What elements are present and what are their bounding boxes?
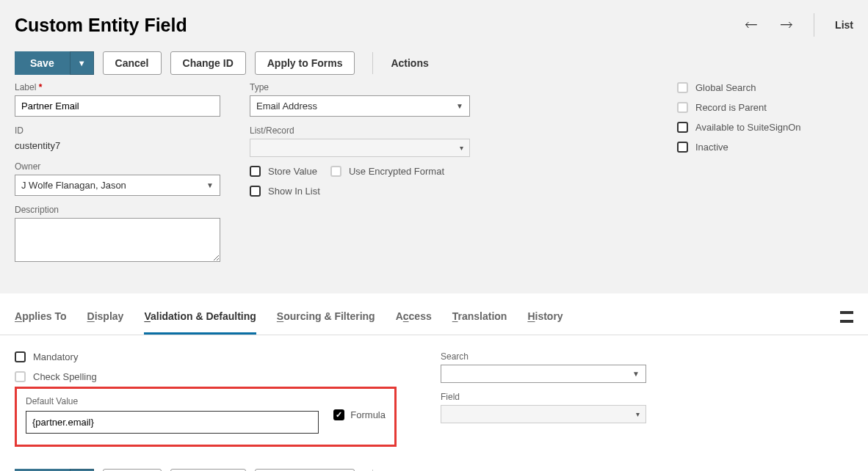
store-value-row: Store Value <box>250 166 317 177</box>
check-spelling-label: Check Spelling <box>33 371 97 382</box>
chevron-down-icon: ▼ <box>632 370 640 378</box>
save-button[interactable]: Save <box>15 51 70 75</box>
inactive-label: Inactive <box>695 142 728 153</box>
owner-select[interactable]: J Wolfe Flanagan, Jason ▼ <box>15 175 220 196</box>
search-select[interactable]: ▼ <box>441 365 646 383</box>
type-field-wrap: Type Email Address ▼ <box>250 82 470 117</box>
id-field-label: ID <box>15 125 220 136</box>
check-spelling-checkbox <box>15 371 26 382</box>
field-field-wrap: Field ▾ <box>441 392 646 423</box>
divider <box>814 13 814 37</box>
tab-col-left: Mandatory Check Spelling Default Value F… <box>15 351 397 447</box>
tab-history[interactable]: History <box>527 299 563 335</box>
default-value-wrap: Default Value <box>26 396 319 434</box>
owner-field-label: Owner <box>15 161 220 172</box>
tabs-bar: Applies To Display Validation & Defaulti… <box>0 299 868 335</box>
type-select-value: Email Address <box>256 101 317 112</box>
form-col-3: Global Search Record is Parent Available… <box>677 82 853 273</box>
view-toggle-icon[interactable] <box>840 311 853 323</box>
save-button-group: Save ▼ <box>15 51 94 75</box>
mandatory-checkbox[interactable] <box>15 351 26 362</box>
header-region: Custom Entity Field 🡐 🡒 List Save ▼ Canc… <box>0 0 868 293</box>
actions-menu[interactable]: Actions <box>391 57 428 69</box>
show-in-list-label: Show In List <box>268 186 320 197</box>
inactive-checkbox[interactable] <box>677 142 688 153</box>
list-record-select: ▾ <box>250 139 470 157</box>
suitesignon-label: Available to SuiteSignOn <box>695 122 801 133</box>
chevron-down-icon: ▼ <box>456 102 463 110</box>
record-is-parent-checkbox <box>677 102 688 113</box>
prev-arrow-icon[interactable]: 🡐 <box>745 18 758 33</box>
check-spelling-row: Check Spelling <box>15 371 397 382</box>
type-select[interactable]: Email Address ▼ <box>250 95 470 117</box>
global-search-label: Global Search <box>695 82 756 93</box>
use-encrypted-checkbox <box>330 166 341 177</box>
form-region: Label ID custentity7 Owner J Wolfe Flana… <box>15 82 853 273</box>
next-arrow-icon[interactable]: 🡒 <box>780 18 793 33</box>
mandatory-row: Mandatory <box>15 351 397 362</box>
default-value-highlight: Default Value Formula <box>15 387 397 447</box>
change-id-button[interactable]: Change ID <box>170 51 246 75</box>
default-value-input[interactable] <box>26 411 319 434</box>
formula-checkbox[interactable] <box>333 409 344 420</box>
list-link[interactable]: List <box>835 19 853 31</box>
tab-col-right: Search ▼ Field ▾ <box>441 351 646 447</box>
list-record-field-label: List/Record <box>250 125 470 136</box>
nav-right: 🡐 🡒 List <box>745 13 853 37</box>
title-row: Custom Entity Field 🡐 🡒 List <box>15 13 853 37</box>
apply-to-forms-button[interactable]: Apply to Forms <box>255 51 355 75</box>
description-field-label: Description <box>15 205 220 215</box>
tab-sourcing-filtering[interactable]: Sourcing & Filtering <box>277 299 375 335</box>
field-select: ▾ <box>441 405 646 423</box>
tab-body: Mandatory Check Spelling Default Value F… <box>0 335 868 464</box>
description-field-wrap: Description <box>15 205 220 264</box>
global-search-checkbox <box>677 82 688 93</box>
search-field-wrap: Search ▼ <box>441 351 646 383</box>
default-value-label: Default Value <box>26 396 319 406</box>
store-value-label: Store Value <box>268 166 317 177</box>
show-in-list-row: Show In List <box>250 186 470 197</box>
save-dropdown-button[interactable]: ▼ <box>70 51 94 75</box>
button-row-top: Save ▼ Cancel Change ID Apply to Forms A… <box>15 51 853 75</box>
use-encrypted-row: Use Encrypted Format <box>330 166 444 177</box>
chevron-down-icon: ▾ <box>636 410 640 418</box>
global-search-row: Global Search <box>677 82 853 93</box>
owner-select-value: J Wolfe Flanagan, Jason <box>21 180 126 191</box>
store-value-checkbox[interactable] <box>250 166 261 177</box>
nav-arrows: 🡐 🡒 <box>745 18 793 33</box>
formula-label: Formula <box>350 409 386 420</box>
mandatory-label: Mandatory <box>33 351 78 362</box>
suitesignon-row: Available to SuiteSignOn <box>677 122 853 133</box>
form-col-2: Type Email Address ▼ List/Record ▾ Store… <box>250 82 470 273</box>
tab-validation-defaulting[interactable]: Validation & Defaulting <box>144 299 256 335</box>
tab-access[interactable]: Access <box>396 299 432 335</box>
description-textarea[interactable] <box>15 218 220 262</box>
formula-row: Formula <box>333 409 386 420</box>
tabs: Applies To Display Validation & Defaulti… <box>15 299 563 335</box>
label-field-label: Label <box>15 82 220 92</box>
default-value-row: Default Value Formula <box>26 396 386 434</box>
inactive-row: Inactive <box>677 142 853 153</box>
type-field-label: Type <box>250 82 470 92</box>
button-row-bottom: Save ▼ Cancel Change ID Apply to Forms A… <box>0 464 868 471</box>
id-field-wrap: ID custentity7 <box>15 125 220 153</box>
suitesignon-checkbox[interactable] <box>677 122 688 133</box>
label-input[interactable] <box>15 95 220 117</box>
chevron-down-icon: ▾ <box>460 144 463 152</box>
search-field-label: Search <box>441 351 646 362</box>
tab-applies-to[interactable]: Applies To <box>15 299 67 335</box>
owner-field-wrap: Owner J Wolfe Flanagan, Jason ▼ <box>15 161 220 196</box>
form-col-1: Label ID custentity7 Owner J Wolfe Flana… <box>15 82 220 273</box>
field-field-label: Field <box>441 392 646 402</box>
page-title: Custom Entity Field <box>15 15 187 36</box>
cancel-button[interactable]: Cancel <box>103 51 162 75</box>
id-value: custentity7 <box>15 139 220 153</box>
record-is-parent-label: Record is Parent <box>695 102 767 113</box>
show-in-list-checkbox[interactable] <box>250 186 261 197</box>
record-is-parent-row: Record is Parent <box>677 102 853 113</box>
tab-translation[interactable]: Translation <box>452 299 507 335</box>
list-record-field-wrap: List/Record ▾ <box>250 125 470 157</box>
tab-display[interactable]: Display <box>87 299 124 335</box>
chevron-down-icon: ▼ <box>206 181 214 189</box>
divider <box>372 52 373 74</box>
